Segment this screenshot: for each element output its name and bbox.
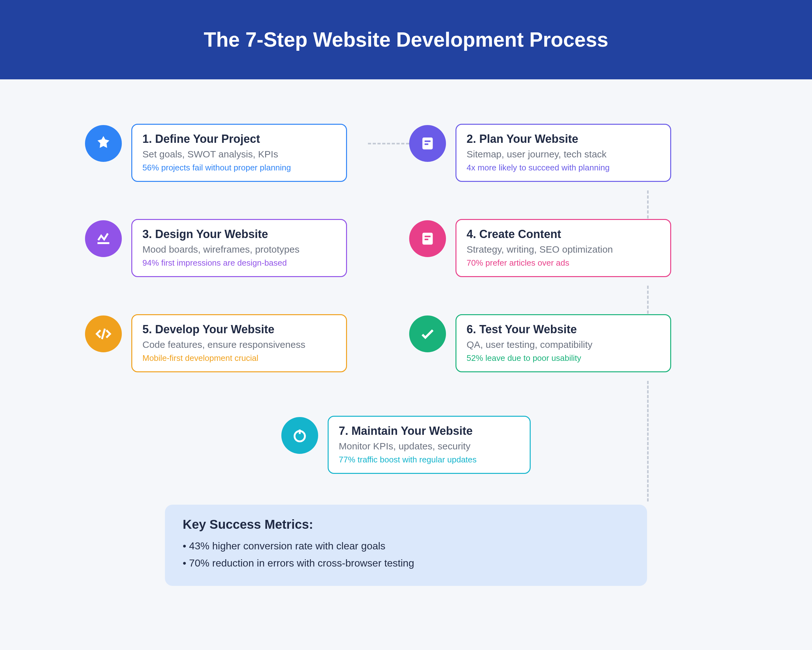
step-6-title: 6. Test Your Website (467, 323, 660, 336)
step-5-stat: Mobile-first development crucial (142, 353, 336, 363)
step-2-sub: Sitemap, user journey, tech stack (467, 149, 660, 160)
step-2-stat: 4x more likely to succeed with planning (467, 163, 660, 173)
step-3-card: 3. Design Your Website Mood boards, wire… (131, 219, 347, 277)
step-4-stat: 70% prefer articles over ads (467, 258, 660, 268)
step-5-card: 5. Develop Your Website Code features, e… (131, 314, 347, 372)
step-3: 3. Design Your Website Mood boards, wire… (85, 219, 347, 277)
document-icon (409, 125, 446, 162)
metrics-item-1: • 43% higher conversion rate with clear … (183, 537, 629, 554)
step-4-sub: Strategy, writing, SEO optimization (467, 244, 660, 255)
diagram-canvas: 1. Define Your Project Set goals, SWOT a… (0, 80, 812, 650)
step-5-sub: Code features, ensure responsiveness (142, 339, 336, 350)
step-6: 6. Test Your Website QA, user testing, c… (409, 314, 671, 372)
chart-line-icon (85, 220, 122, 257)
code-icon (85, 315, 122, 352)
star-icon (85, 125, 122, 162)
step-4: 4. Create Content Strategy, writing, SEO… (409, 219, 671, 277)
svg-rect-1 (425, 141, 431, 142)
step-7-title: 7. Maintain Your Website (339, 424, 520, 438)
step-1-card: 1. Define Your Project Set goals, SWOT a… (131, 124, 347, 182)
step-4-card: 4. Create Content Strategy, writing, SEO… (455, 219, 671, 277)
step-5-title: 5. Develop Your Website (142, 323, 336, 336)
check-icon (409, 315, 446, 352)
step-3-stat: 94% first impressions are design-based (142, 258, 336, 268)
svg-rect-5 (425, 239, 429, 240)
page-title: The 7-Step Website Development Process (204, 28, 608, 51)
svg-rect-2 (425, 144, 429, 145)
step-7-card: 7. Maintain Your Website Monitor KPIs, u… (328, 416, 531, 474)
step-5: 5. Develop Your Website Code features, e… (85, 314, 347, 372)
metrics-box: Key Success Metrics: • 43% higher conver… (165, 505, 647, 586)
step-1-title: 1. Define Your Project (142, 132, 336, 146)
connector-1-2 (368, 143, 409, 144)
step-7: 7. Maintain Your Website Monitor KPIs, u… (281, 416, 531, 474)
step-7-sub: Monitor KPIs, updates, security (339, 441, 520, 452)
step-2-title: 2. Plan Your Website (467, 132, 660, 146)
metrics-title: Key Success Metrics: (183, 517, 629, 532)
step-3-sub: Mood boards, wireframes, prototypes (142, 244, 336, 255)
header: The 7-Step Website Development Process (0, 0, 812, 80)
step-3-title: 3. Design Your Website (142, 228, 336, 241)
step-1-stat: 56% projects fail without proper plannin… (142, 163, 336, 173)
step-6-sub: QA, user testing, compatibility (467, 339, 660, 350)
step-1: 1. Define Your Project Set goals, SWOT a… (85, 124, 347, 182)
step-2-card: 2. Plan Your Website Sitemap, user journ… (455, 124, 671, 182)
step-1-sub: Set goals, SWOT analysis, KPIs (142, 149, 336, 160)
step-7-stat: 77% traffic boost with regular updates (339, 455, 520, 465)
step-4-title: 4. Create Content (467, 228, 660, 241)
step-2: 2. Plan Your Website Sitemap, user journ… (409, 124, 671, 182)
metrics-item-2: • 70% reduction in errors with cross-bro… (183, 554, 629, 572)
connector-6-7 (647, 381, 649, 502)
step-6-stat: 52% leave due to poor usability (467, 353, 660, 363)
svg-rect-4 (425, 236, 431, 237)
step-6-card: 6. Test Your Website QA, user testing, c… (455, 314, 671, 372)
document-icon (409, 220, 446, 257)
power-icon (281, 417, 318, 454)
